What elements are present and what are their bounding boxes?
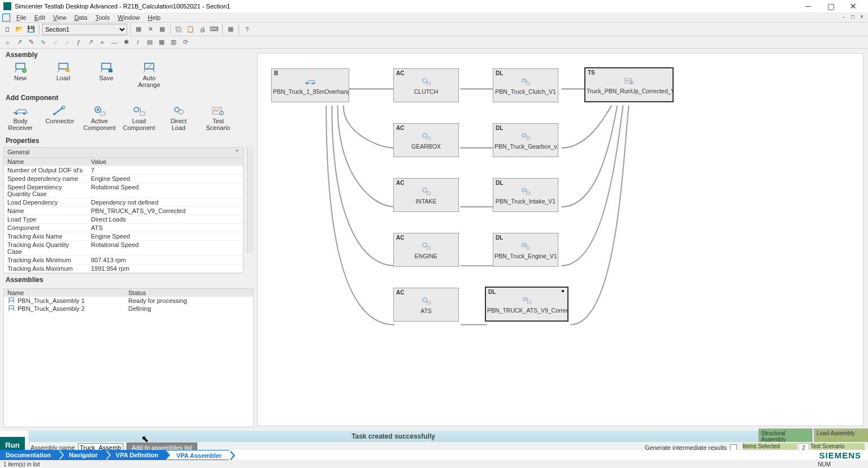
property-row[interactable]: ComponentATS — [4, 224, 243, 232]
mdi-restore[interactable]: □ — [849, 14, 857, 21]
t2-icon-5[interactable]: ⟋ — [50, 37, 60, 47]
property-row[interactable]: Load TypeDirect Loads — [4, 215, 243, 224]
t2-icon-14[interactable]: ▦ — [157, 37, 167, 47]
bc-vpa-assembler[interactable]: VPA Assembler — [166, 450, 229, 460]
t2-icon-3[interactable]: ✎ — [26, 37, 36, 47]
autoarrange-button[interactable]: Auto Arrange — [133, 62, 165, 88]
t2-icon-13[interactable]: ▤ — [145, 37, 155, 47]
t2-icon-1[interactable]: ⟐ — [2, 37, 12, 47]
t2-icon-4[interactable]: ∿ — [38, 37, 48, 47]
bc-documentation[interactable]: Documentation — [0, 450, 59, 460]
tool-icon-1[interactable]: ▦ — [133, 24, 144, 34]
property-row[interactable]: Tracking Axis Quantity CaseRotational Sp… — [4, 241, 243, 256]
load-button[interactable]: Load — [47, 62, 79, 88]
assembly-name: PBN_Truck_Assembly 1 — [18, 297, 85, 304]
node-ac-intake[interactable]: AC INTAKE — [393, 178, 459, 212]
node-body[interactable]: B PBN_Truck_1_85mOverhang — [271, 68, 349, 102]
property-row[interactable]: Speed Dependency Quantity CaseRotational… — [4, 183, 243, 198]
t2-icon-10[interactable]: — — [109, 37, 119, 47]
menu-data[interactable]: Data — [70, 14, 91, 21]
maximize-button[interactable]: ▢ — [819, 0, 842, 12]
activecomponent-button[interactable]: Active Component — [84, 105, 115, 131]
t2-icon-16[interactable]: ⟳ — [180, 37, 190, 47]
property-row[interactable]: Load DependencyDependency not defined — [4, 198, 243, 207]
canvas[interactable]: B PBN_Truck_1_85mOverhang AC CLUTCH DL P… — [257, 53, 863, 426]
scenario-icon — [585, 76, 672, 86]
node-ac-gearbox[interactable]: AC GEARBOX — [393, 123, 459, 157]
properties-scrollbar[interactable] — [247, 147, 254, 253]
tool-icon-4[interactable]: ▦ — [225, 24, 236, 34]
node-ac-ats[interactable]: AC ATS — [393, 288, 459, 322]
tool-icon-2[interactable]: ▦ — [157, 24, 167, 34]
task-message: Task created successfully — [28, 431, 758, 442]
node-ac-engine[interactable]: AC ENGINE — [393, 233, 459, 267]
t2-icon-6[interactable]: ⟋ — [62, 37, 72, 47]
bc-navigator[interactable]: Navigator — [59, 450, 106, 460]
prop-value: ATS — [88, 224, 243, 232]
open-file-icon[interactable]: 📂 — [14, 24, 24, 34]
svg-rect-40 — [527, 83, 530, 85]
copy-icon[interactable]: ⿻ — [173, 24, 184, 34]
property-row[interactable]: Number of Output DOF id's7 — [4, 166, 243, 175]
node-dl-clutch[interactable]: DL PBN_Truck_Clutch_V1 — [493, 68, 558, 102]
assemblies-list: Name Status PBN_Truck_Assembly 1Ready fo… — [3, 288, 254, 427]
tool-icon-3[interactable]: ⌨ — [209, 24, 219, 34]
loadcomponent-button[interactable]: Load Component — [123, 105, 155, 131]
new-file-icon[interactable]: 🗋 — [2, 24, 12, 34]
print-icon[interactable]: 🖨 — [197, 24, 207, 34]
delete-icon[interactable]: ✕ — [145, 24, 155, 34]
t2-icon-15[interactable]: ▥ — [168, 37, 179, 47]
svg-point-21 — [97, 109, 99, 111]
menu-help[interactable]: Help — [144, 14, 164, 21]
menu-tools[interactable]: Tools — [92, 14, 114, 21]
paste-icon[interactable]: 📋 — [185, 24, 196, 34]
testscenario-button[interactable]: Test Scenario — [202, 105, 234, 131]
save-file-icon[interactable]: 💾 — [26, 24, 36, 34]
node-ts[interactable]: TS Truck_PBN_RunUp_Corrected_V9 — [584, 67, 674, 102]
new-button[interactable]: + New — [5, 62, 36, 88]
node-ac-clutch[interactable]: AC CLUTCH — [393, 68, 459, 102]
assembly-name: PBN_Truck_Assembly 2 — [18, 305, 85, 312]
menu-file[interactable]: File — [12, 14, 31, 21]
t2-icon-11[interactable]: ✱ — [121, 37, 131, 47]
statusbar: 1 item(s) in list NUM — [0, 460, 868, 468]
assembly-row[interactable]: PBN_Truck_Assembly 2Defining — [4, 305, 253, 313]
svg-rect-12 — [145, 63, 154, 69]
property-row[interactable]: Tracking Axis Minimum807.413 rpm — [4, 256, 243, 265]
t2-icon-2[interactable]: ↗ — [14, 37, 24, 47]
menu-window[interactable]: Window — [114, 14, 144, 21]
mdi-close[interactable]: × — [858, 14, 866, 21]
t2-icon-7[interactable]: ƒ — [73, 37, 84, 47]
menu-view[interactable]: View — [49, 14, 71, 21]
assembly-row[interactable]: PBN_Truck_Assembly 1Ready for processing — [4, 297, 253, 305]
svg-point-16 — [23, 112, 25, 115]
save-button[interactable]: Save — [90, 62, 122, 88]
svg-rect-27 — [212, 107, 222, 114]
node-dl-engine[interactable]: DL PBN_Truck_Engine_V1 — [493, 233, 558, 267]
mdi-minimize[interactable]: - — [840, 14, 848, 21]
svg-point-26 — [179, 110, 183, 114]
node-dl-gearbox[interactable]: DL PBN_Truck_Gearbox_v1 — [493, 123, 558, 157]
close-button[interactable]: ✕ — [842, 0, 865, 12]
t2-icon-9[interactable]: + — [97, 37, 107, 47]
minimize-button[interactable]: ─ — [797, 0, 819, 12]
help-icon[interactable]: ? — [242, 24, 252, 34]
loadcomp-icon — [486, 296, 567, 306]
node-dl-intake[interactable]: DL PBN_Truck_Intake_V1 — [493, 178, 558, 212]
connector-button[interactable]: Connector — [44, 105, 76, 131]
section-combo[interactable]: Section1 — [42, 24, 127, 35]
menu-edit[interactable]: Edit — [31, 14, 49, 21]
loadcomp-icon — [130, 105, 148, 116]
modified-dot-icon — [562, 290, 564, 292]
property-row[interactable]: Speed dependency nameEngine Speed — [4, 175, 243, 183]
directload-button[interactable]: Direct Load — [163, 105, 194, 131]
bodyreceiver-button[interactable]: Body Receiver — [5, 105, 36, 131]
t2-icon-8[interactable]: ↗ — [85, 37, 96, 47]
property-row[interactable]: Tracking Axis NameEngine Speed — [4, 232, 243, 241]
properties-general-group[interactable]: General ⌃ — [4, 148, 243, 158]
bc-vpa-definition[interactable]: VPA Definition — [106, 450, 166, 460]
property-row[interactable]: Tracking Axis Maximum1991.954 rpm — [4, 265, 243, 273]
property-row[interactable]: NamePBN_TRUCK_ATS_V9_Corrected — [4, 207, 243, 215]
t2-icon-12[interactable]: / — [133, 37, 143, 47]
node-dl-ats[interactable]: DL PBN_TRUCK_ATS_V9_Corrected — [485, 287, 568, 322]
